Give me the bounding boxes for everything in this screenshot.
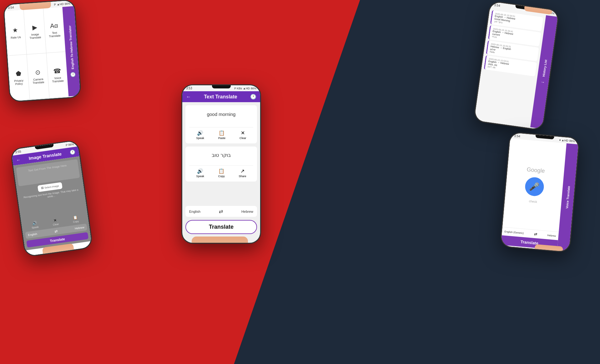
output-text-display: בוקר טוב xyxy=(189,150,253,163)
lang-swap-icon-voice[interactable]: ⇄ xyxy=(534,232,537,237)
image-translate-content: Text Get From The Image Here 🖼 Select Im… xyxy=(13,156,91,250)
back-icon-image[interactable]: ← xyxy=(16,157,21,163)
mic-button[interactable]: 🎤 xyxy=(524,177,544,197)
menu-container: ★ Rate Us ▶ Image Translate Aα Text Tran… xyxy=(4,6,80,101)
copy-label: Copy xyxy=(218,175,225,178)
target-lang[interactable]: Hebrew xyxy=(241,210,253,213)
phone-center-screen: 3:53 P KBs ▲HD 86% ← Text Translate 🕐 go… xyxy=(182,85,260,243)
star-icon: ★ xyxy=(12,26,18,34)
paste-icon: 📋 xyxy=(219,130,225,136)
share-icon: ↗ xyxy=(240,168,245,174)
voice-source-lang: English (Generic) xyxy=(504,230,524,234)
input-text-display: good morning xyxy=(189,109,253,125)
menu-item-rate-us[interactable]: ★ Rate Us xyxy=(4,10,27,56)
speak-btn-input[interactable]: 🔊 Speak xyxy=(196,130,204,140)
speaker-icon-input: 🔊 xyxy=(197,130,203,136)
image-select-icon: 🖼 xyxy=(41,187,44,190)
speak-action-image[interactable]: 🔊 Speak xyxy=(31,221,39,229)
status-time-center: 3:53 xyxy=(186,87,192,90)
sidebar-title: English To Hebrew Translator xyxy=(68,26,74,70)
image-source-lang: English xyxy=(28,232,38,237)
copy-label-image: Copy xyxy=(73,220,79,224)
speak-label-input: Speak xyxy=(196,137,204,140)
status-time-image: 3:55 xyxy=(15,150,22,154)
text-translate-title: Text Translate xyxy=(194,94,248,100)
history-sidebar-title: History List xyxy=(542,60,547,77)
phone-image-screen: 3:55 P 86% ← Image Translate 🕐 Text Get … xyxy=(11,141,92,256)
translate-btn-label: Translate xyxy=(209,224,234,230)
clear-label-image: Clear xyxy=(53,223,59,227)
voice-content: Google 🎤 check English (Generic) ⇄ Hebre… xyxy=(501,138,567,250)
check-label: check xyxy=(529,199,537,203)
output-box: בוקר טוב 🔊 Speak 📋 Copy ↗ Share xyxy=(185,147,257,182)
text-translate-content: good morning 🔊 Speak 📋 Paste ✕ Clear xyxy=(182,102,260,237)
camera-icon: ⊙ xyxy=(35,68,41,76)
menu-label-image-translate: Image Translate xyxy=(28,32,43,39)
output-actions: 🔊 Speak 📋 Copy ↗ Share xyxy=(189,165,253,178)
speaker-icon-image: 🔊 xyxy=(32,221,37,226)
history-icon-center[interactable]: 🕐 xyxy=(250,94,256,100)
text-translate-header: ← Text Translate 🕐 xyxy=(182,91,260,102)
speak-label-output: Speak xyxy=(196,175,204,178)
share-label: Share xyxy=(239,175,246,178)
battery-center: 86% xyxy=(251,87,256,90)
status-icons-menu: P ▲HD 86% xyxy=(54,2,70,6)
status-time-menu: 3:54 xyxy=(8,6,14,9)
status-time-history: 3:54 xyxy=(494,3,501,7)
phone-history-screen: 3:54 ♦ ▲HD 86% 2020-06-15 15:34:51 Engli… xyxy=(474,2,558,130)
voice-sidebar-title: Voice Translate xyxy=(565,186,570,208)
share-btn[interactable]: ↗ Share xyxy=(239,168,246,178)
menu-item-privacy[interactable]: ⬟ Privacy Policy xyxy=(8,55,30,101)
output-text: בוקר טוב xyxy=(212,152,230,158)
back-icon-center[interactable]: ← xyxy=(186,94,191,100)
clear-action-image[interactable]: ✕ Clear xyxy=(52,218,59,226)
menu-item-camera[interactable]: ⊙ Camera Translate xyxy=(27,53,49,99)
status-icons-image: P 86% xyxy=(66,142,74,147)
image-placeholder: Text Get From The Image Here xyxy=(28,164,67,172)
speak-btn-output[interactable]: 🔊 Speak xyxy=(196,168,204,178)
input-text: good morning xyxy=(207,112,236,117)
phone-history: 3:54 ♦ ▲HD 86% 2020-06-15 15:34:51 Engli… xyxy=(473,0,560,131)
copy-action-image[interactable]: 📋 Copy xyxy=(72,215,79,223)
menu-item-image-translate[interactable]: ▶ Image Translate xyxy=(24,8,46,54)
menu-grid: ★ Rate Us ▶ Image Translate Aα Text Tran… xyxy=(4,7,69,100)
clear-icon: ✕ xyxy=(241,130,245,136)
voice-target-lang: Hebrew xyxy=(547,234,556,237)
copy-icon-image: 📋 xyxy=(73,215,78,220)
phone-menu: 3:54 P ▲HD 86% ★ Rate Us ▶ Image Transla… xyxy=(3,0,81,102)
source-lang[interactable]: English xyxy=(189,210,200,213)
mic-icon: ☎ xyxy=(53,67,62,75)
phone-voice-screen: 3:54 ♦ ▲HD 86% Google 🎤 check English (G… xyxy=(501,132,579,252)
select-image-btn[interactable]: 🖼 Select Image xyxy=(38,182,63,192)
lang-swap-icon-image[interactable]: ⇄ xyxy=(54,229,58,233)
phone-menu-screen: 3:54 P ▲HD 86% ★ Rate Us ▶ Image Transla… xyxy=(4,0,80,102)
paste-btn[interactable]: 📋 Paste xyxy=(218,130,225,140)
menu-label-camera: Camera Translate xyxy=(31,77,46,84)
menu-label-voice: Voice Translate xyxy=(51,76,65,83)
clear-btn[interactable]: ✕ Clear xyxy=(239,130,246,140)
mic-icon-voice: 🎤 xyxy=(529,182,540,192)
menu-label-rate-us: Rate Us xyxy=(11,35,21,39)
input-box: good morning 🔊 Speak 📋 Paste ✕ Clear xyxy=(185,105,257,143)
forward-icon-history[interactable]: → xyxy=(540,79,545,85)
clock-icon: 🕐 xyxy=(70,72,76,77)
input-actions: 🔊 Speak 📋 Paste ✕ Clear xyxy=(189,127,253,140)
status-icons-center: P KBs ▲HD 86% xyxy=(234,87,256,90)
history-icon-image[interactable]: 🕐 xyxy=(69,149,75,155)
speaker-icon-output: 🔊 xyxy=(197,168,203,174)
play-icon: ▶ xyxy=(32,23,37,31)
clear-label: Clear xyxy=(239,137,246,140)
copy-icon: 📋 xyxy=(218,168,224,174)
shield-icon: ⬟ xyxy=(15,69,21,77)
copy-btn[interactable]: 📋 Copy xyxy=(218,168,225,178)
menu-item-voice[interactable]: ☎ Voice Translate xyxy=(46,52,68,98)
paste-label: Paste xyxy=(218,137,225,140)
clear-icon-image: ✕ xyxy=(53,218,57,222)
speak-label-image: Speak xyxy=(32,226,39,229)
lang-swap-icon-center[interactable]: ⇄ xyxy=(219,208,223,214)
select-image-label: Select Image xyxy=(44,184,59,189)
menu-item-text-translate[interactable]: Aα Text Translate xyxy=(43,7,65,53)
history-items: 2020-06-15 15:34:51 English → Hebrew Goo… xyxy=(481,7,546,79)
translate-button[interactable]: Translate xyxy=(185,220,257,234)
image-translate-label: Translate xyxy=(50,237,65,243)
